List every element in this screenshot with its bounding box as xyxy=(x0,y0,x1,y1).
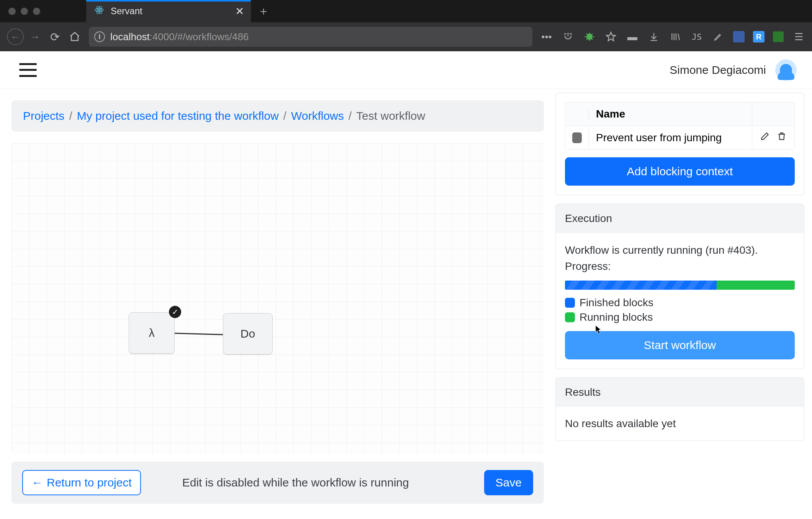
nav-home-button[interactable] xyxy=(66,28,83,46)
tab-close-icon[interactable]: ✕ xyxy=(235,5,244,18)
return-label: Return to project xyxy=(47,476,132,489)
legend-running-swatch xyxy=(565,312,575,322)
workflow-node-lambda[interactable]: λ ✓ xyxy=(129,312,175,354)
zoom-window-icon[interactable] xyxy=(33,8,40,15)
user-name: Simone Degiacomi xyxy=(670,64,766,77)
close-window-icon[interactable] xyxy=(8,8,16,15)
bug-icon[interactable] xyxy=(583,30,596,43)
app-header: Simone Degiacomi xyxy=(0,51,812,89)
legend-running-label: Running blocks xyxy=(580,311,653,323)
nav-back-button[interactable]: ← xyxy=(7,28,24,45)
r-logo-icon[interactable]: R xyxy=(753,31,765,42)
blocking-contexts-panel: Name Prevent user from jumping xyxy=(555,93,804,195)
browser-tab-strip: Servant ✕ ＋ xyxy=(0,0,812,22)
execution-panel: Execution Workflow is currently running … xyxy=(555,204,804,369)
main-column: Projects / My project used for testing t… xyxy=(0,89,555,519)
node-check-icon: ✓ xyxy=(169,306,181,318)
edit-disabled-message: Edit is disabled while the workflow is r… xyxy=(182,476,409,489)
url-path: :4000/#/workflows/486 xyxy=(150,31,249,42)
return-to-project-button[interactable]: ← Return to project xyxy=(22,470,141,495)
node-label: Do xyxy=(241,327,255,340)
results-panel: Results No results available yet xyxy=(555,377,804,441)
app-page: Simone Degiacomi Projects / My project u… xyxy=(0,51,812,519)
table-row: Prevent user from jumping xyxy=(565,126,794,149)
workflow-canvas[interactable]: λ ✓ Do xyxy=(11,143,544,454)
svg-point-4 xyxy=(586,34,593,40)
progress-running-segment xyxy=(717,281,795,290)
site-info-icon[interactable]: i xyxy=(94,31,105,42)
url-bar[interactable]: i localhost:4000/#/workflows/486 xyxy=(89,27,532,47)
nav-forward-button[interactable]: → xyxy=(26,28,44,46)
breadcrumb: Projects / My project used for testing t… xyxy=(11,100,544,132)
edit-pencil-icon[interactable] xyxy=(712,30,725,43)
browser-chrome: Servant ✕ ＋ ← → ⟳ i localhost:4000/#/wor… xyxy=(0,0,812,51)
browser-toolbar-icons: ••• ▬ JS R ☰ xyxy=(538,30,805,43)
edit-context-icon[interactable] xyxy=(760,131,770,144)
user-area[interactable]: Simone Degiacomi xyxy=(670,59,797,81)
download-icon[interactable] xyxy=(647,30,660,43)
react-icon xyxy=(95,5,104,17)
legend-finished-label: Finished blocks xyxy=(580,297,653,309)
progress-finished-segment xyxy=(565,281,717,290)
contexts-name-header: Name xyxy=(589,103,752,126)
page-actions-icon[interactable]: ••• xyxy=(540,30,553,43)
results-body: No results available yet xyxy=(556,407,804,441)
node-label: λ xyxy=(149,326,155,339)
translate-icon[interactable] xyxy=(733,31,745,42)
browser-tab[interactable]: Servant ✕ xyxy=(86,0,251,22)
delete-context-icon[interactable] xyxy=(777,131,787,144)
bottom-bar: ← Return to project Edit is disabled whi… xyxy=(11,462,544,504)
avatar[interactable] xyxy=(775,59,797,81)
breadcrumb-item-projects[interactable]: Projects xyxy=(23,108,64,124)
progress-legend: Finished blocks Running blocks xyxy=(565,297,795,323)
execution-panel-title: Execution xyxy=(556,204,804,233)
minimize-window-icon[interactable] xyxy=(21,8,28,15)
extension-icon[interactable]: ▬ xyxy=(626,30,639,43)
breadcrumb-current: Test workflow xyxy=(356,108,425,124)
save-disk-icon[interactable] xyxy=(773,31,784,42)
results-panel-title: Results xyxy=(556,378,804,407)
url-host: localhost xyxy=(110,31,150,42)
browser-tab-title: Servant xyxy=(111,6,142,16)
arrow-left-icon: ← xyxy=(31,476,43,489)
context-name: Prevent user from jumping xyxy=(589,126,752,149)
reader-view-icon[interactable] xyxy=(562,30,575,43)
hamburger-menu-icon[interactable] xyxy=(19,63,37,77)
context-checkbox[interactable] xyxy=(565,127,589,149)
save-button[interactable]: Save xyxy=(484,470,533,495)
contexts-table-head: Name xyxy=(565,103,794,126)
bookmark-star-icon[interactable] xyxy=(604,30,617,43)
nav-reload-button[interactable]: ⟳ xyxy=(46,28,64,46)
add-blocking-context-button[interactable]: Add blocking context xyxy=(565,157,795,186)
workflow-node-do[interactable]: Do xyxy=(223,313,273,354)
workflow-edge xyxy=(175,333,223,335)
execution-progress-bar xyxy=(565,281,795,290)
new-tab-button[interactable]: ＋ xyxy=(251,3,276,19)
start-workflow-button[interactable]: Start workflow xyxy=(565,331,795,359)
contexts-table: Name Prevent user from jumping xyxy=(565,102,795,150)
svg-point-0 xyxy=(98,9,100,11)
breadcrumb-item-project[interactable]: My project used for testing the workflow xyxy=(77,108,279,124)
breadcrumb-item-workflows[interactable]: Workflows xyxy=(291,108,344,124)
window-traffic-lights[interactable] xyxy=(5,8,40,15)
browser-toolbar: ← → ⟳ i localhost:4000/#/workflows/486 •… xyxy=(0,22,812,51)
execution-status: Workflow is currently running (run #403)… xyxy=(565,242,795,274)
js-icon[interactable]: JS xyxy=(690,30,703,43)
browser-menu-icon[interactable]: ☰ xyxy=(792,30,805,43)
library-icon[interactable] xyxy=(669,30,682,43)
side-column: Name Prevent user from jumping xyxy=(555,89,812,519)
legend-finished-swatch xyxy=(565,298,575,308)
